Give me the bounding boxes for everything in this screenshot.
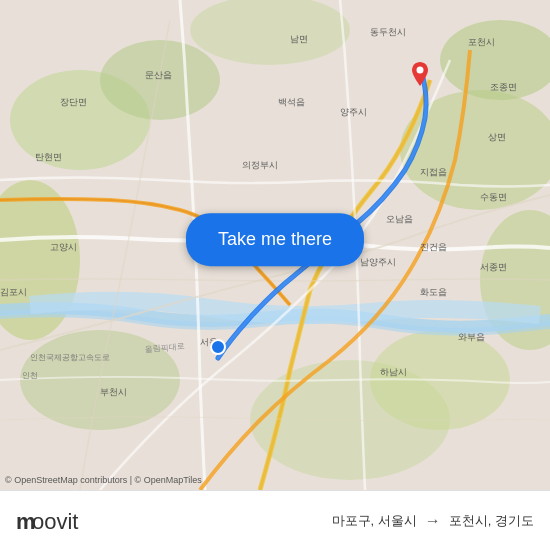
destination-pin	[408, 62, 432, 94]
svg-text:상면: 상면	[488, 132, 506, 142]
footer: m oovit 마포구, 서울시 → 포천시, 경기도	[0, 490, 550, 550]
svg-text:양주시: 양주시	[340, 107, 367, 117]
svg-text:와부읍: 와부읍	[458, 332, 485, 342]
footer-destination: 포천시, 경기도	[449, 512, 534, 530]
svg-text:하남시: 하남시	[380, 367, 407, 377]
svg-text:인천: 인천	[22, 371, 38, 380]
svg-text:고양시: 고양시	[50, 242, 77, 252]
footer-route: 마포구, 서울시 → 포천시, 경기도	[332, 512, 534, 530]
svg-text:남양주시: 남양주시	[360, 257, 396, 267]
svg-text:진건읍: 진건읍	[420, 242, 447, 252]
svg-text:의정부시: 의정부시	[242, 160, 278, 170]
svg-text:탄현면: 탄현면	[35, 152, 62, 162]
footer-origin: 마포구, 서울시	[332, 512, 417, 530]
svg-text:수동면: 수동면	[480, 192, 507, 202]
svg-point-38	[417, 67, 424, 74]
svg-text:화도읍: 화도읍	[420, 287, 447, 297]
svg-text:서종면: 서종면	[480, 262, 507, 272]
moovit-logo: m oovit	[16, 507, 96, 535]
svg-text:오남읍: 오남읍	[386, 214, 413, 224]
svg-text:부천시: 부천시	[100, 387, 127, 397]
svg-text:남면: 남면	[290, 34, 308, 44]
map-container: 장단면 문산읍 남면 동두천시 포천시 조종면 상면 탄현면 백석읍 양주시 지…	[0, 0, 550, 490]
svg-text:장단면: 장단면	[60, 97, 87, 107]
svg-text:지접읍: 지접읍	[420, 167, 447, 177]
svg-text:인천국제공항고속도로: 인천국제공항고속도로	[30, 353, 110, 362]
svg-text:조종면: 조종면	[490, 82, 517, 92]
footer-arrow-icon: →	[425, 512, 441, 530]
take-me-there-button[interactable]: Take me there	[186, 213, 364, 266]
svg-text:oovit: oovit	[32, 509, 78, 534]
svg-text:포천시: 포천시	[468, 37, 495, 47]
origin-dot	[210, 339, 226, 355]
svg-text:김포시: 김포시	[0, 287, 27, 297]
svg-point-39	[211, 340, 225, 354]
svg-text:백석읍: 백석읍	[278, 97, 305, 107]
svg-text:문산읍: 문산읍	[145, 70, 172, 80]
svg-point-2	[100, 40, 220, 120]
svg-text:동두천시: 동두천시	[370, 27, 406, 37]
map-copyright: © OpenStreetMap contributors | © OpenMap…	[5, 475, 202, 485]
